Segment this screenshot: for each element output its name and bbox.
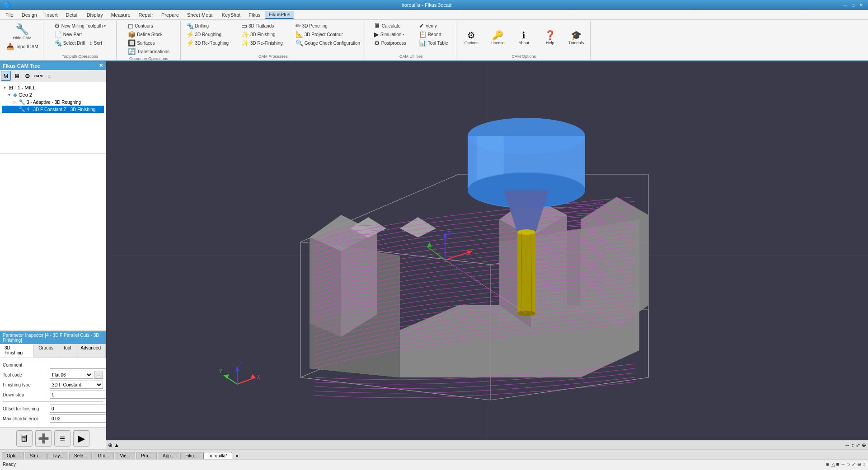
transformations-button[interactable]: 🔄 Transformations bbox=[126, 47, 171, 56]
new-milling-toolpath-button[interactable]: ⚙ New Milling Toolpath ▾ bbox=[52, 22, 108, 30]
menu-display[interactable]: Display bbox=[83, 11, 107, 19]
simulate-action-button[interactable]: ▶ bbox=[73, 430, 89, 447]
tab-structure[interactable]: Stru... bbox=[25, 452, 47, 459]
3d-re-roughing-button[interactable]: ⚡ 3D Re-Roughing bbox=[184, 39, 231, 47]
tab-3d-finishing[interactable]: 3D Finishing bbox=[0, 344, 34, 358]
t1-expand-icon: ▼ bbox=[3, 85, 7, 90]
define-stock-button[interactable]: 📦 Define Stock bbox=[126, 30, 171, 38]
menu-detail[interactable]: Detail bbox=[62, 11, 82, 19]
report-button[interactable]: 📋 Report bbox=[417, 30, 450, 38]
toolpath-group-label: Toolpath Operations bbox=[62, 53, 99, 59]
drilling-button[interactable]: 🔩 Drilling bbox=[184, 22, 231, 30]
tree-item-op4[interactable]: ▷ 🔧 4 - 3D F Constant Z - 3D Finishing bbox=[2, 106, 104, 113]
viewport[interactable]: Z Y X Z bbox=[106, 61, 868, 449]
viewport-nav-icons[interactable]: ↔ ↕ ⤢ ⊕ bbox=[845, 442, 866, 448]
menu-keyshot[interactable]: KeyShot bbox=[218, 11, 244, 19]
down-step-label: Down step bbox=[3, 392, 48, 397]
tree-tool-table[interactable]: ≡ bbox=[44, 71, 54, 81]
import-cam-icon: 📥 bbox=[6, 43, 14, 50]
hide-cam-button[interactable]: 🔧 Hide CAM bbox=[11, 22, 33, 42]
param-divider-1 bbox=[3, 401, 103, 402]
tab-advanced[interactable]: Advanced bbox=[76, 344, 106, 358]
import-cam-button[interactable]: 📥 ImportCAM bbox=[5, 42, 40, 51]
maximize-button[interactable]: □ bbox=[850, 2, 856, 8]
simulation-button[interactable]: ▶ Simulation ▾ bbox=[372, 30, 408, 38]
select-drill-label: Select Drill bbox=[63, 41, 85, 46]
parameters-action-button[interactable]: ≡ bbox=[54, 430, 70, 447]
about-button[interactable]: ℹ About bbox=[512, 28, 535, 47]
tab-view[interactable]: Vie... bbox=[115, 452, 135, 459]
calculate-action-button[interactable]: 🖩 bbox=[16, 430, 33, 447]
tree-tool-screen[interactable]: 🖥 bbox=[12, 71, 22, 81]
tool-table-button[interactable]: 📊 Tool Table bbox=[417, 39, 450, 47]
tab-app[interactable]: App... bbox=[158, 452, 179, 459]
gouge-check-button[interactable]: 🔍 Gouge Check Configuration bbox=[294, 39, 362, 47]
menu-file[interactable]: File bbox=[2, 11, 17, 19]
options-button[interactable]: ⚙ Options bbox=[460, 28, 483, 47]
verify-button[interactable]: ✔ Verify bbox=[417, 22, 450, 30]
help-button[interactable]: ❓ Help bbox=[539, 28, 561, 47]
tab-layers[interactable]: Lay... bbox=[47, 452, 68, 459]
add-action-button[interactable]: ➕ bbox=[35, 430, 52, 447]
tutorials-button[interactable]: 🎓 Tutorials bbox=[565, 28, 587, 47]
close-button[interactable]: ✕ bbox=[858, 2, 864, 8]
sort-icon: ↕ bbox=[89, 39, 93, 47]
3d-roughing-button[interactable]: ⚡ 3D Roughing bbox=[184, 30, 231, 38]
toolcode-browse-button[interactable]: ... bbox=[94, 371, 103, 379]
calculate-button[interactable]: 🖩 Calculate bbox=[372, 22, 408, 30]
menu-insert[interactable]: Insert bbox=[42, 11, 61, 19]
postprocess-button[interactable]: ⚙ Postprocess bbox=[372, 39, 408, 47]
offset-input[interactable] bbox=[50, 405, 106, 413]
new-part-button[interactable]: 📄 New Part bbox=[52, 30, 108, 38]
new-part-label: New Part bbox=[63, 32, 82, 37]
tutorials-icon: 🎓 bbox=[571, 30, 582, 41]
surfaces-button[interactable]: 🔲 Surfaces bbox=[126, 39, 171, 47]
3d-project-contour-button[interactable]: 📐 3D Project Contour bbox=[294, 30, 362, 38]
geo2-label: Geo 2 bbox=[19, 92, 32, 98]
menu-prepare[interactable]: Prepare bbox=[158, 11, 183, 19]
tree-item-geo2[interactable]: ▼ ◆ Geo 2 bbox=[2, 91, 104, 98]
menu-fikusplus[interactable]: FikusPlus bbox=[265, 11, 294, 19]
3d-finishing-icon: ✨ bbox=[241, 31, 249, 38]
tab-horquilla[interactable]: horquilla* bbox=[203, 452, 232, 459]
menu-bar: File Design Insert Detail Display Measur… bbox=[0, 10, 868, 20]
license-button[interactable]: 🔑 License bbox=[486, 28, 509, 47]
chordal-input[interactable] bbox=[50, 414, 106, 423]
simulation-label: Simulation bbox=[380, 32, 402, 37]
sort-button[interactable]: ↕ Sort bbox=[88, 39, 104, 47]
menu-repair[interactable]: Repair bbox=[135, 11, 157, 19]
tree-item-t1-mill[interactable]: ▼ ⊞ T1 - MILL bbox=[2, 84, 104, 91]
menu-fikus[interactable]: Fikus bbox=[245, 11, 264, 19]
menu-measure[interactable]: Measure bbox=[108, 11, 134, 19]
geo2-expand-icon: ▼ bbox=[7, 93, 12, 97]
param-row-comment: Comment bbox=[3, 361, 103, 369]
cam-tree-toolbar: M 🖥 ⚙ CAM ≡ bbox=[0, 70, 106, 82]
tree-tool-gear[interactable]: ⚙ bbox=[23, 71, 33, 81]
menu-sheet-metal[interactable]: Sheet Metal bbox=[183, 11, 217, 19]
tab-groups[interactable]: Gro... bbox=[93, 452, 114, 459]
tab-selection[interactable]: Sele... bbox=[69, 452, 92, 459]
tab-fiku[interactable]: Fiku... bbox=[180, 452, 202, 459]
tree-item-op3[interactable]: ▷ 🔧 3 - Adaptive - 3D Roughing bbox=[2, 98, 104, 106]
tab-pro[interactable]: Pro... bbox=[136, 452, 157, 459]
comment-input[interactable] bbox=[50, 361, 106, 369]
menu-design[interactable]: Design bbox=[18, 11, 41, 19]
cam-tree-close-icon[interactable]: ✕ bbox=[99, 63, 103, 69]
3d-re-finishing-button[interactable]: ✨ 3D Re-Finishing bbox=[239, 39, 285, 47]
down-step-input[interactable] bbox=[50, 391, 106, 399]
3d-penciling-button[interactable]: ✏ 3D Penciling bbox=[294, 22, 362, 30]
toolcode-select[interactable]: Flat 06 bbox=[50, 371, 93, 379]
tree-tool-mill[interactable]: M bbox=[1, 71, 11, 81]
tree-tool-cam[interactable]: CAM bbox=[33, 71, 43, 81]
finishing-type-select[interactable]: 3D F Constant bbox=[50, 381, 103, 389]
contours-button[interactable]: ◻ Contours bbox=[126, 22, 171, 30]
tab-groups[interactable]: Groups bbox=[34, 344, 58, 358]
select-drill-button[interactable]: 🔩 Select Drill bbox=[52, 39, 87, 47]
tab-options[interactable]: Opti... bbox=[2, 452, 24, 459]
tab-close-icon[interactable]: ✕ bbox=[235, 453, 239, 459]
minimize-button[interactable]: ─ bbox=[842, 2, 848, 8]
3d-finishing-button[interactable]: ✨ 3D Finishing bbox=[239, 30, 285, 38]
3d-flatlands-button[interactable]: ▭ 3D Flatlands bbox=[239, 22, 285, 30]
tab-tool[interactable]: Tool bbox=[58, 344, 76, 358]
surfaces-label: Surfaces bbox=[137, 41, 155, 46]
